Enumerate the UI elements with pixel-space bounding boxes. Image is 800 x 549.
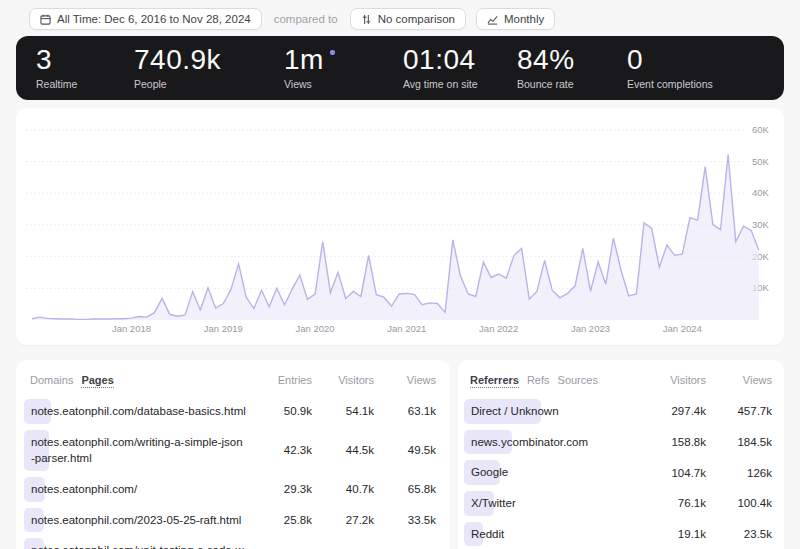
stat-avg-time-on-site[interactable]: 01:04Avg time on site: [403, 45, 478, 90]
interval-label: Monthly: [504, 13, 544, 25]
row-visitors: 104.7k: [640, 467, 706, 479]
stat-value: 84%: [517, 45, 575, 76]
row-label: news.ycombinator.com: [470, 432, 640, 453]
y-axis-tick: 40K: [752, 187, 770, 198]
x-axis-tick: Jan 2023: [571, 323, 610, 334]
pages-tab-domains[interactable]: Domains: [30, 374, 73, 388]
row-label: notes.eatonphil.com/database-basics.html: [30, 401, 246, 422]
stat-value: 740.9k: [134, 45, 221, 76]
column-header-views: Views: [374, 374, 436, 386]
compare-sliders-icon: [361, 14, 372, 25]
stat-value: 3: [36, 45, 52, 76]
row-label: Direct / Unknown: [470, 401, 640, 422]
row-views: 184.5k: [706, 436, 772, 448]
row-visitors: 27.2k: [312, 514, 374, 526]
stats-bar: 3Realtime740.9kPeople1mViews01:04Avg tim…: [16, 36, 784, 100]
y-axis-tick: 60K: [752, 124, 770, 135]
stat-label: People: [134, 78, 221, 90]
pages-panel-header: DomainsPages Entries Visitors Views: [30, 360, 436, 396]
row-visitors: 40.7k: [312, 483, 374, 495]
stat-realtime[interactable]: 3Realtime: [36, 45, 77, 90]
compared-to-label: compared to: [274, 13, 338, 25]
traffic-chart-card: 10K20K30K40K50K60KJan 2018Jan 2019Jan 20…: [16, 108, 784, 345]
comparison-label: No comparison: [378, 13, 455, 25]
referrers-panel: ReferrersRefsSources Visitors Views Dire…: [458, 360, 784, 549]
row-visitors: 297.4k: [640, 405, 706, 417]
date-range-label: All Time: Dec 6, 2016 to Nov 28, 2024: [57, 13, 251, 25]
interval-button[interactable]: Monthly: [476, 8, 555, 30]
calendar-icon: [40, 14, 51, 25]
row-visitors: 54.1k: [312, 405, 374, 417]
x-axis-tick: Jan 2022: [479, 323, 518, 334]
stat-label: Views: [284, 78, 335, 90]
chart-area-fill: [32, 155, 759, 321]
row-visitors: 158.8k: [640, 436, 706, 448]
y-axis-tick: 30K: [752, 219, 770, 230]
row-visitors: 44.5k: [312, 444, 374, 456]
current-period-dot-icon: [330, 50, 335, 55]
line-chart-icon: [487, 14, 498, 25]
table-row[interactable]: notes.eatonphil.com/database-basics.html…: [30, 396, 436, 427]
toolbar: All Time: Dec 6, 2016 to Nov 28, 2024 co…: [29, 8, 784, 30]
row-entries: 50.9k: [246, 405, 312, 417]
row-label: notes.eatonphil.com/: [30, 479, 246, 500]
row-views: 33.5k: [374, 514, 436, 526]
stat-value: 01:04: [403, 45, 476, 76]
row-entries: 25.8k: [246, 514, 312, 526]
row-views: 23.5k: [706, 528, 772, 540]
row-label: Google: [470, 462, 640, 483]
row-views: 63.1k: [374, 405, 436, 417]
row-label: Reddit: [470, 524, 640, 545]
row-views: 126k: [706, 467, 772, 479]
x-axis-tick: Jan 2018: [112, 323, 151, 334]
row-views: 100.4k: [706, 497, 772, 509]
referrers-tab-sources[interactable]: Sources: [558, 374, 598, 388]
x-axis-tick: Jan 2021: [387, 323, 426, 334]
pages-panel: DomainsPages Entries Visitors Views note…: [16, 360, 450, 549]
row-label: notes.eatonphil.com/2023-05-25-raft.html: [30, 510, 246, 531]
stat-people[interactable]: 740.9kPeople: [134, 45, 221, 90]
date-range-button[interactable]: All Time: Dec 6, 2016 to Nov 28, 2024: [29, 8, 262, 30]
column-header-entries: Entries: [246, 374, 312, 386]
x-axis-tick: Jan 2020: [296, 323, 335, 334]
stat-label: Realtime: [36, 78, 77, 90]
row-visitors: 76.1k: [640, 497, 706, 509]
row-views: 65.8k: [374, 483, 436, 495]
table-row[interactable]: notes.eatonphil.com/writing-a-simple-jso…: [30, 427, 436, 474]
referrers-panel-header: ReferrersRefsSources Visitors Views: [470, 360, 772, 396]
table-row[interactable]: notes.eatonphil.com/2023-05-25-raft.html…: [30, 505, 436, 536]
stat-event-completions[interactable]: 0Event completions: [627, 45, 713, 90]
row-label: X/Twitter: [470, 493, 640, 514]
table-row[interactable]: Direct / Unknown297.4k457.7k: [470, 396, 772, 427]
stat-label: Event completions: [627, 78, 713, 90]
stat-label: Bounce rate: [517, 78, 575, 90]
table-row[interactable]: news.ycombinator.com158.8k184.5k: [470, 427, 772, 458]
referrers-tab-refs[interactable]: Refs: [527, 374, 550, 388]
row-label: notes.eatonphil.com/writing-a-simple-jso…: [30, 432, 246, 469]
column-header-visitors: Visitors: [640, 374, 706, 386]
referrers-tab-referrers[interactable]: Referrers: [470, 374, 519, 388]
stat-views[interactable]: 1mViews: [284, 45, 335, 90]
table-row[interactable]: Google104.7k126k: [470, 457, 772, 488]
table-row[interactable]: X/Twitter76.1k100.4k: [470, 488, 772, 519]
column-header-views: Views: [706, 374, 772, 386]
table-row[interactable]: notes.eatonphil.com/unit-testing-c-code-…: [30, 535, 436, 549]
pages-tab-pages[interactable]: Pages: [81, 374, 113, 388]
table-row[interactable]: Reddit19.1k23.5k: [470, 519, 772, 549]
row-views: 457.7k: [706, 405, 772, 417]
row-visitors: 19.1k: [640, 528, 706, 540]
row-views: 49.5k: [374, 444, 436, 456]
comparison-button[interactable]: No comparison: [350, 8, 466, 30]
stat-label: Avg time on site: [403, 78, 478, 90]
x-axis-tick: Jan 2024: [663, 323, 702, 334]
y-axis-tick: 50K: [752, 156, 770, 167]
row-entries: 42.3k: [246, 444, 312, 456]
stat-value: 1m: [284, 45, 324, 76]
table-row[interactable]: notes.eatonphil.com/29.3k40.7k65.8k: [30, 474, 436, 505]
row-entries: 29.3k: [246, 483, 312, 495]
x-axis-tick: Jan 2019: [204, 323, 243, 334]
stat-bounce-rate[interactable]: 84%Bounce rate: [517, 45, 575, 90]
stat-value: 0: [627, 45, 643, 76]
row-label: notes.eatonphil.com/unit-testing-c-code-…: [30, 540, 246, 549]
column-header-visitors: Visitors: [312, 374, 374, 386]
